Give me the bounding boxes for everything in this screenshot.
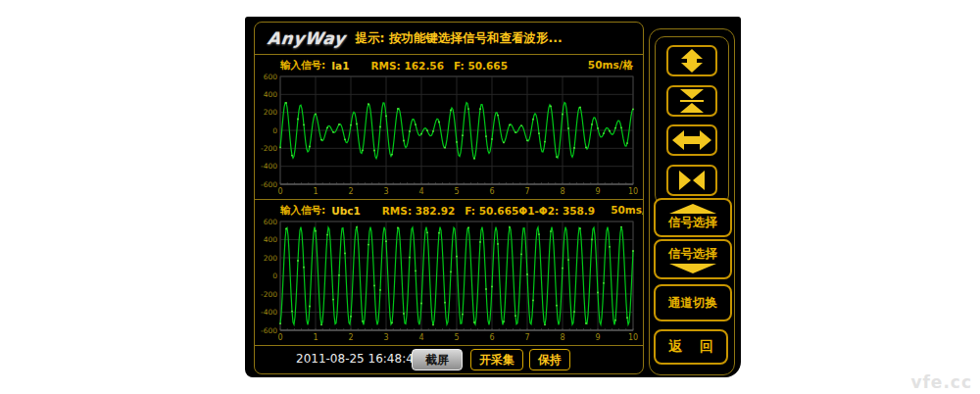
svg-text:7: 7 <box>524 333 529 342</box>
expand-horizontal-button[interactable] <box>666 124 717 156</box>
signal-select-down-button[interactable]: 信号选择 <box>654 239 732 279</box>
return-label-right: 回 <box>700 338 713 356</box>
start-acquisition-button[interactable]: 开采集 <box>470 349 523 370</box>
svg-text:5: 5 <box>454 333 459 342</box>
rms-readout: RMS: 162.56 <box>371 60 444 72</box>
svg-text:5: 5 <box>454 187 459 196</box>
waveform-chart: 6004002000-200-400-600012345678910 <box>255 74 641 197</box>
return-button[interactable]: 返 回 <box>654 329 728 365</box>
panel-header: 输入信号: Ia1 RMS: 162.56 F: 50.665 50ms/格 <box>255 55 643 74</box>
svg-text:4: 4 <box>418 333 423 342</box>
svg-text:3: 3 <box>383 333 388 342</box>
svg-text:-400: -400 <box>261 308 277 317</box>
title-bar: AnyWay 提示: 按功能键选择信号和查看波形... <box>255 23 643 55</box>
app-background: { "watermark": "vfe.cc", "header": { "lo… <box>0 0 980 394</box>
signal-select-down-label: 信号选择 <box>668 246 717 263</box>
svg-text:1: 1 <box>313 187 318 196</box>
svg-text:-400: -400 <box>261 162 277 171</box>
svg-text:400: 400 <box>264 90 278 99</box>
hold-button[interactable]: 保持 <box>529 349 570 370</box>
svg-text:600: 600 <box>264 219 278 226</box>
expand-horizontal-icon <box>672 130 711 150</box>
panel-header: 输入信号: Ubc1 RMS: 382.92 F: 50.665 Φ1-Φ2: … <box>255 200 643 219</box>
svg-text:8: 8 <box>560 333 564 342</box>
svg-text:-600: -600 <box>261 180 277 189</box>
signal-select-up-label: 信号选择 <box>668 215 717 231</box>
hint-text: 提示: 按功能键选择信号和查看波形... <box>356 30 563 47</box>
svg-text:6: 6 <box>489 333 494 342</box>
compress-horizontal-icon <box>672 171 711 190</box>
channel-switch-button[interactable]: 通道切换 <box>654 284 732 321</box>
zoom-button-group <box>655 36 729 205</box>
compress-vertical-button[interactable] <box>666 85 717 117</box>
svg-text:0: 0 <box>272 126 277 135</box>
signal-name: Ubc1 <box>331 205 361 217</box>
expand-vertical-icon <box>674 49 710 73</box>
svg-text:4: 4 <box>418 187 423 196</box>
svg-text:9: 9 <box>595 187 600 196</box>
svg-text:600: 600 <box>264 74 278 81</box>
timebase-readout: 50ms/格 <box>611 204 644 218</box>
anyway-logo: AnyWay <box>267 28 347 48</box>
timebase-readout: 50ms/格 <box>588 59 633 73</box>
compress-horizontal-button[interactable] <box>666 165 717 196</box>
main-content-box: AnyWay 提示: 按功能键选择信号和查看波形... 输入信号: Ia1 RM… <box>254 22 644 374</box>
svg-text:-200: -200 <box>261 144 277 153</box>
waveform-panel-ubc1: 输入信号: Ubc1 RMS: 382.92 F: 50.665 Φ1-Φ2: … <box>255 200 643 346</box>
svg-text:7: 7 <box>524 187 529 196</box>
down-triangle-icon <box>669 264 716 273</box>
return-label-left: 返 <box>668 338 682 356</box>
svg-text:0: 0 <box>277 333 282 342</box>
screenshot-button[interactable]: 截屏 <box>412 349 463 370</box>
svg-text:2: 2 <box>348 187 353 196</box>
input-signal-label: 输入信号: <box>280 204 325 218</box>
chart-area: 6004002000-200-400-600012345678910 <box>255 74 643 199</box>
svg-text:-600: -600 <box>261 326 277 335</box>
instrument-screen: AnyWay 提示: 按功能键选择信号和查看波形... 输入信号: Ia1 RM… <box>245 17 741 377</box>
svg-text:0: 0 <box>277 187 282 196</box>
rms-readout: RMS: 382.92 <box>382 205 455 217</box>
svg-text:3: 3 <box>383 187 388 196</box>
svg-text:200: 200 <box>264 254 278 263</box>
signal-name: Ia1 <box>331 60 349 72</box>
svg-text:1: 1 <box>313 333 318 342</box>
chart-area: 6004002000-200-400-600012345678910 <box>255 219 643 345</box>
timestamp: 2011-08-25 16:48:45 <box>296 352 420 366</box>
up-triangle-icon <box>669 204 716 214</box>
frequency-readout: F: 50.665 <box>465 205 518 217</box>
svg-text:400: 400 <box>264 235 278 244</box>
waveform-chart: 6004002000-200-400-600012345678910 <box>255 219 641 343</box>
input-signal-label: 输入信号: <box>280 59 325 73</box>
footer-bar: 2011-08-25 16:48:45 截屏 开采集 保持 <box>255 346 643 373</box>
side-control-panel: 信号选择 信号选择 通道切换 返 回 <box>649 28 735 375</box>
phase-readout: Φ1-Φ2: 358.9 <box>518 205 595 217</box>
expand-vertical-button[interactable] <box>666 45 717 76</box>
compress-vertical-icon <box>674 89 710 113</box>
svg-text:6: 6 <box>489 187 494 196</box>
svg-text:10: 10 <box>628 187 638 196</box>
svg-text:200: 200 <box>264 108 278 117</box>
waveform-panel-ia1: 输入信号: Ia1 RMS: 162.56 F: 50.665 50ms/格 6… <box>255 55 643 200</box>
svg-text:-200: -200 <box>261 290 277 299</box>
watermark: vfe.cc <box>910 372 972 392</box>
svg-text:8: 8 <box>560 187 564 196</box>
svg-text:0: 0 <box>272 271 277 280</box>
svg-text:2: 2 <box>348 333 353 342</box>
svg-text:9: 9 <box>595 333 600 342</box>
frequency-readout: F: 50.665 <box>454 60 508 72</box>
svg-text:10: 10 <box>628 333 638 342</box>
channel-switch-label: 通道切换 <box>668 295 717 312</box>
signal-select-up-button[interactable]: 信号选择 <box>654 198 732 237</box>
